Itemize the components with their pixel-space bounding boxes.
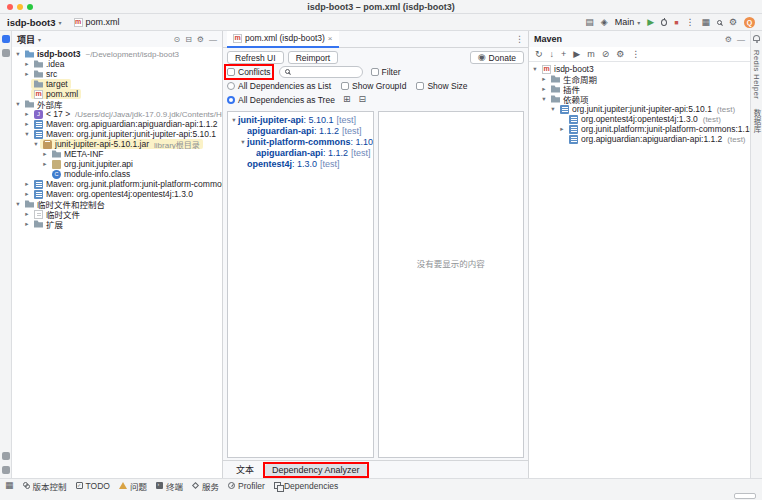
collapse-all-icon[interactable]: ⊟ bbox=[185, 35, 192, 44]
show-groupid-checkbox[interactable] bbox=[341, 82, 349, 90]
structure-tool-icon[interactable] bbox=[2, 452, 10, 460]
show-size-checkbox[interactable] bbox=[416, 82, 424, 90]
maven-tree-row[interactable]: ▾org.junit.jupiter:junit-jupiter-api:5.1… bbox=[529, 104, 750, 114]
project-tree-row[interactable]: module-info.class bbox=[12, 169, 222, 179]
chevron-closed-icon[interactable]: ▸ bbox=[23, 120, 31, 128]
toolwindow-button-terminal[interactable]: 终端 bbox=[156, 480, 183, 492]
chevron-closed-icon[interactable]: ▸ bbox=[23, 110, 31, 118]
chevron-open-icon[interactable]: ▾ bbox=[32, 140, 40, 148]
expand-all-icon[interactable]: ⊞ bbox=[343, 95, 351, 104]
filter-checkbox[interactable] bbox=[371, 68, 379, 76]
show-groupid-checkbox-group[interactable]: Show GroupId bbox=[341, 81, 406, 91]
list-radio-group[interactable]: All Dependencies as List bbox=[227, 81, 331, 91]
maven-options-icon[interactable]: ⚙ bbox=[725, 35, 732, 44]
window-close-button[interactable] bbox=[7, 4, 13, 10]
toolwindow-button-problems[interactable]: 问题 bbox=[119, 480, 147, 492]
project-tree-row[interactable]: ▸.idea bbox=[12, 59, 222, 69]
toolwindow-button-profiler[interactable]: Profiler bbox=[228, 481, 265, 491]
toolwindow-button-vcs[interactable]: 版本控制 bbox=[23, 480, 67, 492]
project-tree-row[interactable]: ▸Maven: org.apiguardian:apiguardian-api:… bbox=[12, 119, 222, 129]
dependency-search-field[interactable] bbox=[279, 66, 363, 78]
offline-mode-icon[interactable]: ⊘ bbox=[602, 50, 610, 59]
chevron-closed-icon[interactable]: ▸ bbox=[23, 180, 31, 188]
dependency-tree-row[interactable]: apiguardian-api : 1.1.2[test] bbox=[228, 147, 373, 158]
project-tree-row[interactable]: ▸Maven: org.junit.platform:junit-platfor… bbox=[12, 179, 222, 189]
filter-checkbox-group[interactable]: Filter bbox=[371, 67, 401, 77]
search-everywhere-icon[interactable] bbox=[717, 20, 722, 25]
maven-tree-row[interactable]: ▾依赖项 bbox=[529, 94, 750, 104]
user-avatar[interactable]: Q bbox=[744, 17, 755, 28]
reimport-all-icon[interactable]: ↻ bbox=[535, 50, 543, 59]
status-widget[interactable] bbox=[734, 493, 756, 499]
run-configuration-selector[interactable]: Main ▾ bbox=[615, 17, 641, 27]
project-tree-row[interactable]: ▸META-INF bbox=[12, 149, 222, 159]
chevron-open-icon[interactable]: ▾ bbox=[14, 50, 22, 58]
dependency-search-input[interactable] bbox=[293, 67, 357, 76]
project-tree-row[interactable]: ▸src bbox=[12, 69, 222, 79]
donate-button[interactable]: ◉ Donate bbox=[470, 51, 524, 64]
execute-maven-goal-icon[interactable]: m bbox=[587, 50, 595, 59]
conflicts-checkbox-group[interactable]: Conflicts bbox=[227, 67, 271, 77]
maven-tree-row[interactable]: org.opentest4j:opentest4j:1.3.0(test) bbox=[529, 114, 750, 124]
project-tool-icon[interactable] bbox=[2, 35, 10, 43]
project-tree-row[interactable]: ▸< 17 >/Users/dcj/Java/jdk-17.0.9.jdk/Co… bbox=[12, 109, 222, 119]
chevron-closed-icon[interactable]: ▸ bbox=[23, 60, 31, 68]
right-strip-item[interactable]: 数据库 bbox=[751, 109, 762, 133]
hide-panel-icon[interactable]: — bbox=[209, 35, 217, 44]
chevron-open-icon[interactable]: ▾ bbox=[14, 200, 22, 208]
toolwindow-switcher-icon[interactable]: ▦ bbox=[5, 481, 14, 490]
chevron-closed-icon[interactable]: ▸ bbox=[23, 190, 31, 198]
tree-radio-group[interactable]: All Dependencies as Tree bbox=[227, 95, 335, 105]
chevron-open-icon[interactable]: ▾ bbox=[14, 100, 22, 108]
chevron-closed-icon[interactable]: ▸ bbox=[23, 70, 31, 78]
project-tree-row[interactable]: ▾外部库 bbox=[12, 99, 222, 109]
collapse-all-icon[interactable]: ⊟ bbox=[358, 95, 366, 104]
commit-tool-icon[interactable] bbox=[2, 49, 10, 57]
editor-tab-pom[interactable]: pom.xml (isdp-boot3) × bbox=[227, 31, 339, 48]
more-actions-icon[interactable]: ⋮ bbox=[685, 18, 694, 27]
project-options-icon[interactable]: ⚙ bbox=[197, 35, 204, 44]
debug-button[interactable] bbox=[661, 19, 667, 26]
maven-tree-row[interactable]: ▸插件 bbox=[529, 84, 750, 94]
chevron-open-icon[interactable]: ▾ bbox=[230, 116, 238, 124]
project-tree-row[interactable]: ▸临时文件 bbox=[12, 209, 222, 219]
refresh-ui-button[interactable]: Refresh UI bbox=[227, 51, 284, 64]
text-tab[interactable]: 文本 bbox=[229, 462, 261, 477]
open-file-widget[interactable]: pom.xml bbox=[74, 17, 120, 27]
build-tool-icon[interactable] bbox=[2, 466, 10, 474]
project-tree-row[interactable]: ▸Maven: org.opentest4j:opentest4j:1.3.0 bbox=[12, 189, 222, 199]
window-zoom-button[interactable] bbox=[27, 4, 33, 10]
notifications-icon[interactable] bbox=[753, 35, 760, 41]
chevron-closed-icon[interactable]: ▸ bbox=[540, 75, 548, 83]
dependency-tree-row[interactable]: apiguardian-api : 1.1.2[test] bbox=[228, 125, 373, 136]
chevron-open-icon[interactable]: ▾ bbox=[239, 138, 247, 146]
chevron-open-icon[interactable]: ▾ bbox=[23, 130, 31, 138]
add-maven-project-icon[interactable]: + bbox=[561, 50, 566, 59]
project-tree-row[interactable]: ▾isdp-boot3~/Development/isdp-boot3 bbox=[12, 49, 222, 59]
download-sources-icon[interactable]: ↓ bbox=[550, 50, 555, 59]
window-minimize-button[interactable] bbox=[17, 4, 23, 10]
maven-tree-row[interactable]: ▸生命周期 bbox=[529, 74, 750, 84]
maven-tree-row[interactable]: ▾isdp-boot3 bbox=[529, 64, 750, 74]
project-tree-row[interactable]: ▾临时文件和控制台 bbox=[12, 199, 222, 209]
chevron-open-icon[interactable]: ▾ bbox=[549, 105, 557, 113]
dependency-tree-row[interactable]: ▾junit-platform-commons : 1.10.1[test] bbox=[228, 136, 373, 147]
hide-maven-panel-icon[interactable]: — bbox=[737, 35, 745, 44]
chevron-closed-icon[interactable]: ▸ bbox=[23, 210, 31, 218]
chevron-closed-icon[interactable]: ▸ bbox=[558, 125, 566, 133]
stop-button[interactable]: ■ bbox=[674, 19, 678, 26]
maven-more-icon[interactable]: ⋮ bbox=[631, 50, 640, 59]
reimport-button[interactable]: Reimport bbox=[288, 51, 338, 64]
dependency-tree-row[interactable]: opentest4j : 1.3.0[test] bbox=[228, 158, 373, 169]
show-size-checkbox-group[interactable]: Show Size bbox=[416, 81, 467, 91]
chevron-open-icon[interactable]: ▾ bbox=[531, 65, 539, 73]
toolwindow-button-dependencies[interactable]: Dependencies bbox=[274, 481, 338, 491]
dependency-tree-row[interactable]: ▾junit-jupiter-api : 5.10.1[test] bbox=[228, 114, 373, 125]
structure-icon[interactable]: ▤ bbox=[585, 18, 594, 27]
select-opened-file-icon[interactable]: ⊙ bbox=[173, 35, 180, 44]
build-icon[interactable]: ◈ bbox=[601, 18, 608, 27]
settings-icon[interactable]: ⚙ bbox=[729, 18, 737, 27]
maven-tree-row[interactable]: ▸org.junit.platform:junit-platform-commo… bbox=[529, 124, 750, 134]
tab-options-icon[interactable]: ⋮ bbox=[515, 34, 524, 44]
project-tree-row[interactable]: pom.xml bbox=[12, 89, 222, 99]
